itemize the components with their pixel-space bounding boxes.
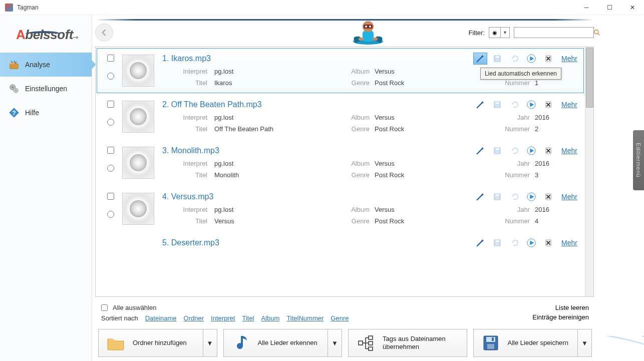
detect-all-dropdown[interactable]: ▼ (328, 329, 342, 356)
delete-icon[interactable] (541, 99, 555, 111)
save-all-button[interactable]: Alle Lieder speichern (474, 329, 578, 356)
close-button[interactable]: ✕ (621, 0, 644, 15)
sort-link-album[interactable]: Album (261, 314, 280, 322)
save-icon[interactable] (490, 237, 504, 247)
undo-[interactable] (507, 99, 521, 111)
detect-all-button[interactable]: Alle Lieder erkennen (224, 329, 328, 356)
dropdown-icon: ▼ (500, 28, 509, 38)
svg-rect-29 (495, 148, 499, 151)
sort-link-titel[interactable]: Titel (242, 314, 254, 322)
tree-icon (356, 333, 376, 353)
entries-clean-link[interactable]: Einträge bereinigen (532, 313, 589, 321)
song-card[interactable]: 5. Deserter.mp3 Mehr (97, 232, 584, 247)
song-list: 1. Ikaros.mp3 Mehr Interpretpg.lost Albu… (96, 47, 585, 296)
sidebar-item-hilfe[interactable]: ?Hilfe (0, 101, 92, 125)
svg-rect-19 (495, 56, 499, 59)
sidebar-item-einstellungen[interactable]: Einstellungen (0, 77, 92, 101)
album-art (122, 101, 154, 133)
song-card[interactable]: 1. Ikaros.mp3 Mehr Interpretpg.lost Albu… (97, 48, 584, 93)
delete-icon[interactable] (541, 237, 555, 247)
song-radio[interactable] (107, 119, 114, 126)
wand-icon[interactable] (473, 191, 487, 203)
more-link[interactable]: Mehr (561, 239, 577, 247)
svg-rect-50 (492, 337, 494, 341)
nav-icon (8, 59, 20, 71)
song-title: 1. Ikaros.mp3 (162, 54, 211, 63)
album-art (122, 193, 154, 225)
song-title: 5. Deserter.mp3 (162, 238, 219, 247)
undo-[interactable] (507, 145, 521, 157)
svg-rect-30 (495, 151, 499, 154)
maximize-button[interactable]: ☐ (598, 0, 621, 15)
filter-select[interactable]: ◉ ▼ (489, 27, 510, 38)
add-folder-dropdown[interactable]: ▼ (203, 329, 217, 356)
song-title: 4. Versus.mp3 (162, 192, 213, 201)
sort-link-titelnummer[interactable]: TitelNummer (286, 314, 324, 322)
sidebar-item-analyse[interactable]: Analyse (0, 53, 92, 77)
song-checkbox[interactable] (107, 101, 114, 108)
song-checkbox[interactable] (107, 193, 114, 200)
wand-icon[interactable] (473, 99, 487, 111)
delete-icon[interactable] (541, 53, 555, 65)
svg-rect-46 (369, 347, 373, 350)
search-input[interactable] (514, 29, 593, 36)
more-link[interactable]: Mehr (561, 101, 577, 109)
wand-icon[interactable] (473, 237, 487, 247)
edit-menu-tab[interactable]: Editiermenü (633, 130, 644, 190)
scrollbar[interactable] (585, 47, 593, 296)
svg-point-12 (365, 26, 367, 28)
svg-rect-43 (359, 341, 363, 345)
save-icon[interactable] (490, 53, 504, 65)
svg-rect-35 (495, 197, 499, 200)
back-button[interactable] (95, 24, 113, 42)
undo-[interactable] (507, 191, 521, 203)
tags-from-filenames-button[interactable]: Tags aus Dateinamenübernehmen (349, 329, 467, 356)
wand-icon[interactable] (473, 53, 487, 65)
song-radio[interactable] (107, 73, 114, 80)
song-radio[interactable] (107, 165, 114, 172)
undo-[interactable] (507, 237, 521, 247)
play-icon[interactable] (524, 53, 538, 65)
song-title: 2. Off The Beaten Path.mp3 (162, 100, 262, 109)
search-box[interactable] (514, 27, 594, 38)
song-title: 3. Monolith.mp3 (162, 146, 219, 155)
song-card[interactable]: 3. Monolith.mp3 Mehr Interpretpg.lost Al… (97, 140, 584, 185)
sidebar: Abelssoft AnalyseEinstellungen?Hilfe (0, 15, 92, 361)
more-link[interactable]: Mehr (561, 147, 577, 155)
svg-rect-49 (487, 344, 494, 349)
select-all-checkbox[interactable] (101, 304, 108, 311)
play-icon[interactable] (524, 145, 538, 157)
nav-icon (8, 83, 20, 95)
song-card[interactable]: 2. Off The Beaten Path.mp3 Mehr Interpre… (97, 94, 584, 139)
more-link[interactable]: Mehr (561, 55, 577, 63)
music-note-icon (231, 333, 251, 353)
more-link[interactable]: Mehr (561, 193, 577, 201)
nav-icon: ? (8, 107, 20, 119)
sort-link-interpret[interactable]: Interpret (211, 314, 235, 322)
save-icon[interactable] (490, 99, 504, 111)
play-icon[interactable] (524, 237, 538, 247)
svg-rect-34 (495, 194, 499, 197)
scrollbar-thumb[interactable] (586, 48, 593, 108)
delete-icon[interactable] (541, 145, 555, 157)
minimize-button[interactable]: ─ (575, 0, 598, 15)
save-all-dropdown[interactable]: ▼ (577, 329, 591, 356)
sort-link-ordner[interactable]: Ordner (184, 314, 204, 322)
song-radio[interactable] (107, 211, 114, 218)
sort-link-genre[interactable]: Genre (331, 314, 349, 322)
save-icon[interactable] (490, 191, 504, 203)
wand-icon[interactable] (473, 145, 487, 157)
undo-[interactable] (507, 53, 521, 65)
window-controls: ─ ☐ ✕ (575, 0, 644, 15)
play-icon[interactable] (524, 191, 538, 203)
save-icon[interactable] (490, 145, 504, 157)
sort-link-dateiname[interactable]: Dateiname (145, 314, 177, 322)
list-clear-link[interactable]: Liste leeren (555, 304, 589, 311)
play-icon[interactable] (524, 99, 538, 111)
song-checkbox[interactable] (107, 55, 114, 62)
add-folder-button[interactable]: Ordner hinzufügen (99, 329, 203, 356)
svg-rect-45 (369, 341, 373, 345)
song-card[interactable]: 4. Versus.mp3 Mehr Interpretpg.lost Albu… (97, 186, 584, 231)
delete-icon[interactable] (541, 191, 555, 203)
song-checkbox[interactable] (107, 147, 114, 154)
